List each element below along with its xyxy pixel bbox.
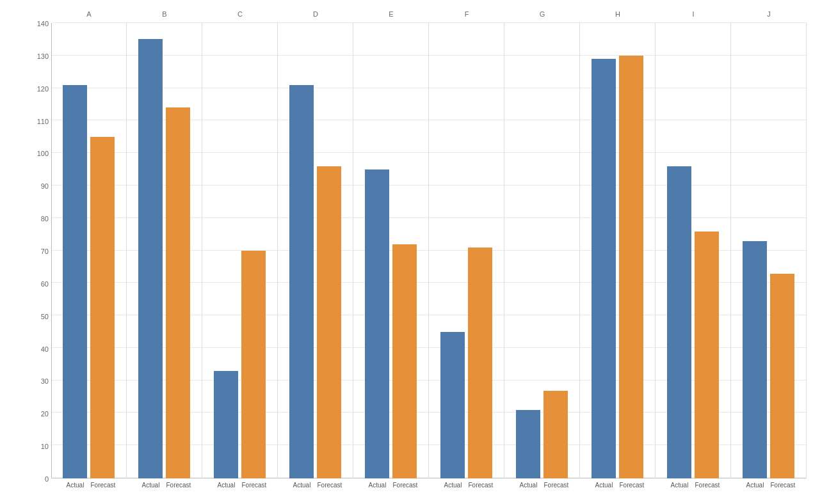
plot-outer: ABCDEFGHIJ 01020304050607080901001101201…	[26, 10, 807, 504]
x-label-actual: Actual	[366, 482, 390, 504]
x-label-forecast: Forecast	[242, 482, 266, 504]
x-label-group: ActualForecast	[51, 478, 127, 504]
y-tick-label: 50	[41, 313, 49, 320]
group-name-label: G	[504, 10, 580, 23]
y-tick-label: 10	[41, 443, 49, 450]
bar-forecast	[770, 274, 794, 478]
x-label-actual: Actual	[517, 482, 541, 504]
x-label-actual: Actual	[668, 482, 692, 504]
x-label-actual: Actual	[139, 482, 163, 504]
y-axis-label	[6, 10, 26, 504]
bar-forecast	[619, 56, 643, 478]
x-label-forecast: Forecast	[318, 482, 342, 504]
bar-group	[429, 23, 504, 478]
y-tick-label: 0	[45, 475, 49, 483]
x-label-forecast: Forecast	[393, 482, 417, 504]
x-label-forecast: Forecast	[91, 482, 115, 504]
group-name-label: E	[353, 10, 429, 23]
y-tick-label: 100	[37, 150, 49, 157]
bar-group	[580, 23, 656, 478]
bar-forecast	[392, 244, 417, 478]
bar-actual	[214, 371, 238, 478]
bar-group	[731, 23, 807, 478]
plot-main: 0102030405060708090100110120130140 Actua…	[26, 23, 807, 504]
y-tick-label: 130	[37, 52, 49, 60]
bar-group	[202, 23, 278, 478]
bar-actual	[365, 169, 389, 478]
group-name-label: F	[429, 10, 504, 23]
bar-forecast	[166, 107, 190, 478]
bar-group	[656, 23, 731, 478]
bar-actual	[667, 166, 691, 478]
group-name-label: B	[127, 10, 202, 23]
group-name-label: J	[731, 10, 807, 23]
bar-group	[127, 23, 202, 478]
bar-actual	[592, 59, 616, 478]
bars-area	[51, 23, 807, 478]
x-label-group: ActualForecast	[429, 478, 504, 504]
bar-actual	[743, 241, 767, 478]
y-tick-label: 110	[37, 118, 49, 125]
bar-forecast	[90, 137, 115, 478]
x-label-actual: Actual	[441, 482, 465, 504]
bar-forecast	[543, 391, 568, 478]
bar-actual	[440, 332, 465, 478]
x-label-forecast: Forecast	[620, 482, 644, 504]
group-name-label: A	[51, 10, 127, 23]
group-names-row: ABCDEFGHIJ	[26, 10, 807, 23]
bar-actual	[516, 410, 540, 478]
bar-actual	[289, 85, 314, 478]
y-tick-label: 60	[41, 280, 49, 288]
bar-forecast	[695, 232, 719, 479]
x-label-forecast: Forecast	[695, 482, 720, 504]
y-tick-label: 30	[41, 377, 49, 385]
bar-forecast	[468, 248, 492, 478]
x-label-forecast: Forecast	[469, 482, 493, 504]
group-name-label: D	[278, 10, 353, 23]
x-label-actual: Actual	[592, 482, 616, 504]
x-label-actual: Actual	[743, 482, 768, 504]
x-label-forecast: Forecast	[544, 482, 568, 504]
x-label-group: ActualForecast	[202, 478, 278, 504]
bar-actual	[138, 39, 163, 478]
bar-forecast	[317, 166, 341, 478]
group-name-label: I	[656, 10, 731, 23]
bar-group	[353, 23, 429, 478]
bar-group	[504, 23, 580, 478]
chart-inner: ABCDEFGHIJ 01020304050607080901001101201…	[26, 10, 807, 504]
x-label-actual: Actual	[63, 482, 88, 504]
x-label-group: ActualForecast	[504, 478, 580, 504]
x-label-actual: Actual	[290, 482, 314, 504]
x-label-group: ActualForecast	[127, 478, 202, 504]
x-label-group: ActualForecast	[580, 478, 656, 504]
y-tick-label: 20	[41, 410, 49, 418]
x-label-forecast: Forecast	[771, 482, 795, 504]
bar-group	[278, 23, 353, 478]
x-label-group: ActualForecast	[731, 478, 807, 504]
x-label-actual: Actual	[214, 482, 239, 504]
bar-forecast	[241, 251, 266, 478]
x-label-group: ActualForecast	[656, 478, 731, 504]
x-label-group: ActualForecast	[353, 478, 429, 504]
group-name-label: H	[580, 10, 656, 23]
bar-group	[51, 23, 127, 478]
y-tick-label: 120	[37, 85, 49, 93]
y-tick-label: 40	[41, 345, 49, 353]
x-label-forecast: Forecast	[166, 482, 191, 504]
bar-actual	[63, 85, 87, 478]
x-labels-area: ActualForecastActualForecastActualForeca…	[51, 478, 807, 504]
y-tick-label: 140	[37, 20, 49, 28]
chart-container: ABCDEFGHIJ 01020304050607080901001101201…	[0, 0, 813, 504]
y-tick-label: 90	[41, 182, 49, 190]
chart-area: ABCDEFGHIJ 01020304050607080901001101201…	[6, 10, 807, 504]
group-name-label: C	[202, 10, 278, 23]
x-label-group: ActualForecast	[278, 478, 353, 504]
y-tick-label: 80	[41, 215, 49, 223]
y-tick-label: 70	[41, 248, 49, 255]
y-ticks-container: 0102030405060708090100110120130140	[26, 23, 51, 478]
